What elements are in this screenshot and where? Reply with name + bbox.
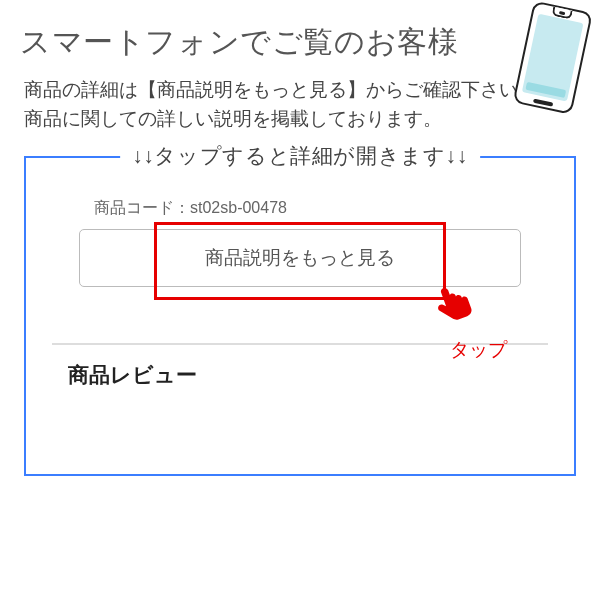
product-code-value: st02sb-00478 [190, 199, 287, 216]
instruction-legend: ↓↓タップすると詳細が開きます↓↓ [120, 142, 480, 170]
description-line-1: 商品の詳細は【商品説明をもっと見る】からご確認下さい。 [24, 79, 537, 100]
page-title: スマートフォンでご覧のお客様 [20, 22, 580, 63]
tap-label: タップ [450, 337, 507, 363]
description-text: 商品の詳細は【商品説明をもっと見る】からご確認下さい。 商品に関しての詳しい説明… [0, 71, 600, 148]
show-more-button-label: 商品説明をもっと見る [205, 245, 395, 271]
description-line-2: 商品に関しての詳しい説明を掲載しております。 [24, 108, 442, 129]
product-code: 商品コード：st02sb-00478 [94, 198, 548, 219]
instruction-box: ↓↓タップすると詳細が開きます↓↓ 商品コード：st02sb-00478 商品説… [24, 156, 576, 476]
product-code-label: 商品コード： [94, 199, 190, 216]
header: スマートフォンでご覧のお客様 [0, 0, 600, 71]
review-heading: 商品レビュー [68, 361, 548, 389]
